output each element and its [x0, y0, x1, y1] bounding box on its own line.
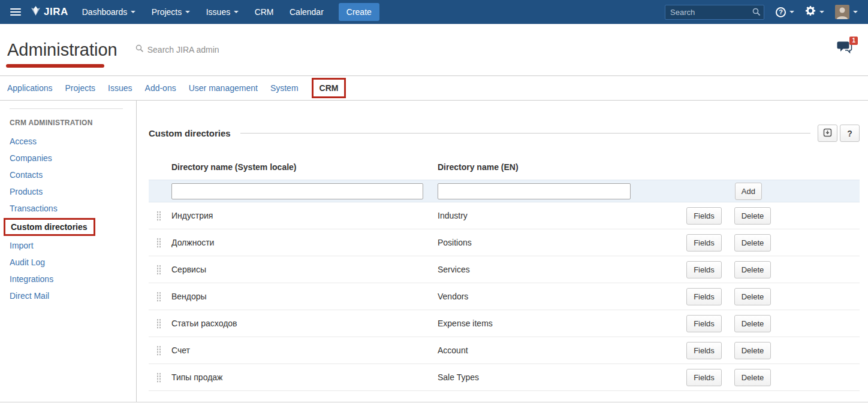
directory-name-locale: Должности [171, 238, 438, 247]
custom-directories-panel: Custom directories ? Directory name (Sys… [137, 101, 868, 402]
tab-applications[interactable]: Applications [7, 83, 53, 93]
fields-button[interactable]: Fields [686, 315, 722, 332]
topnav-item-calendar[interactable]: Calendar [283, 0, 330, 24]
admin-search-input[interactable] [147, 45, 285, 54]
column-header-en: Directory name (EN) [438, 162, 860, 172]
delete-button[interactable]: Delete [734, 261, 771, 278]
sidebar-item-companies[interactable]: Companies [0, 150, 136, 166]
help-menu[interactable]: ? [770, 0, 800, 24]
sidebar-item-access[interactable]: Access [0, 133, 136, 150]
tab-user-management[interactable]: User management [189, 83, 258, 93]
topnav-item-crm[interactable]: CRM [248, 0, 281, 24]
directory-name-locale: Статьи расходов [171, 319, 438, 328]
delete-button[interactable]: Delete [734, 234, 771, 252]
top-navigation: JIRA Dashboards Projects Issues CRM Cale… [0, 0, 868, 24]
quick-search [665, 5, 764, 20]
fields-button[interactable]: Fields [686, 369, 722, 386]
table-row: Статьи расходов Expense items Fields Del… [149, 310, 860, 337]
drag-handle-icon[interactable] [156, 211, 161, 221]
sidebar-item-transactions[interactable]: Transactions [0, 200, 136, 217]
drag-handle-icon[interactable] [156, 292, 161, 302]
table-row: Типы продаж Sale Types Fields Delete [149, 364, 860, 391]
delete-button[interactable]: Delete [734, 369, 771, 386]
fields-button[interactable]: Fields [686, 261, 722, 278]
chevron-down-icon [131, 11, 135, 13]
table-row: Сервисы Services Fields Delete [149, 256, 860, 283]
page-title: Administration [7, 40, 117, 60]
sidebar-item-integrations[interactable]: Integrations [0, 271, 136, 287]
help-button[interactable]: ? [840, 125, 860, 142]
sidebar-item-import[interactable]: Import [0, 237, 136, 254]
fields-button[interactable]: Fields [686, 288, 722, 305]
new-directory-en-input[interactable] [438, 183, 631, 199]
quick-search-input[interactable] [665, 5, 764, 20]
jira-logo[interactable]: JIRA [26, 6, 76, 19]
fields-button[interactable]: Fields [686, 342, 722, 359]
add-directory-row: Add [149, 180, 860, 202]
delete-button[interactable]: Delete [734, 315, 771, 332]
search-icon [135, 44, 144, 55]
user-avatar [835, 5, 849, 19]
annotation-box-crm-tab: CRM [312, 78, 346, 98]
chevron-down-icon [819, 11, 824, 13]
app-switcher-icon[interactable] [5, 4, 26, 20]
table-header-row: Directory name (System locale) Directory… [149, 156, 860, 180]
gear-icon [805, 5, 816, 19]
jira-logo-icon [31, 6, 40, 19]
topnav-item-dashboards[interactable]: Dashboards [76, 0, 143, 24]
admin-settings-menu[interactable] [800, 0, 830, 24]
create-button[interactable]: Create [339, 3, 379, 21]
directory-name-en: Industry [438, 211, 686, 220]
admin-notifications-button[interactable]: 1 [837, 41, 852, 57]
directory-name-locale: Индустрия [171, 211, 438, 220]
sidebar-divider [10, 108, 123, 109]
sidebar-item-custom-directories[interactable]: Custom directories [4, 218, 95, 236]
directory-name-en: Services [438, 265, 686, 274]
notification-badge: 1 [849, 37, 858, 45]
drag-handle-icon[interactable] [156, 372, 161, 383]
fields-button[interactable]: Fields [686, 207, 722, 225]
tab-projects[interactable]: Projects [65, 83, 96, 93]
panel-action-button[interactable] [818, 125, 837, 142]
directory-name-locale: Счет [171, 346, 438, 355]
drag-handle-icon[interactable] [156, 346, 161, 356]
tab-issues[interactable]: Issues [108, 83, 132, 93]
chevron-down-icon [185, 11, 190, 13]
directory-name-en: Vendors [438, 292, 686, 301]
tab-add-ons[interactable]: Add-ons [145, 83, 176, 93]
chevron-down-icon [789, 11, 794, 13]
admin-body: CRM ADMINISTRATION Access Companies Cont… [0, 101, 868, 402]
section-title: Custom directories [149, 128, 231, 138]
directories-table: Directory name (System locale) Directory… [149, 156, 860, 391]
delete-button[interactable]: Delete [734, 342, 771, 359]
topnav-menu: Dashboards Projects Issues CRM Calendar [76, 0, 330, 24]
add-button[interactable]: Add [735, 183, 762, 200]
directory-name-locale: Сервисы [171, 265, 438, 274]
sidebar-item-products[interactable]: Products [0, 183, 136, 200]
chevron-down-icon [853, 11, 858, 13]
delete-button[interactable]: Delete [734, 288, 771, 305]
topnav-item-projects[interactable]: Projects [145, 0, 197, 24]
delete-button[interactable]: Delete [734, 207, 771, 225]
box-arrow-down-icon [823, 128, 832, 139]
sidebar-item-audit-log[interactable]: Audit Log [0, 254, 136, 271]
drag-handle-icon[interactable] [156, 265, 161, 275]
directory-name-en: Sale Types [438, 372, 686, 382]
sidebar-item-direct-mail[interactable]: Direct Mail [0, 287, 136, 304]
sidebar-heading: CRM ADMINISTRATION [0, 119, 136, 133]
window-bottom-edge [0, 402, 868, 402]
topnav-item-issues[interactable]: Issues [200, 0, 245, 24]
sidebar-item-contacts[interactable]: Contacts [0, 166, 136, 183]
fields-button[interactable]: Fields [686, 234, 722, 252]
drag-handle-icon[interactable] [156, 238, 161, 248]
admin-header: Administration 1 [0, 24, 868, 76]
user-profile-menu[interactable] [830, 0, 863, 24]
table-row: Должности Positions Fields Delete [149, 229, 860, 256]
tab-crm[interactable]: CRM [320, 83, 339, 93]
jira-logo-text: JIRA [44, 6, 68, 18]
admin-tab-bar: Applications Projects Issues Add-ons Use… [0, 76, 868, 101]
tab-system[interactable]: System [270, 83, 299, 93]
new-directory-locale-input[interactable] [171, 183, 423, 199]
drag-handle-icon[interactable] [156, 319, 161, 329]
directory-name-en: Account [438, 346, 686, 355]
